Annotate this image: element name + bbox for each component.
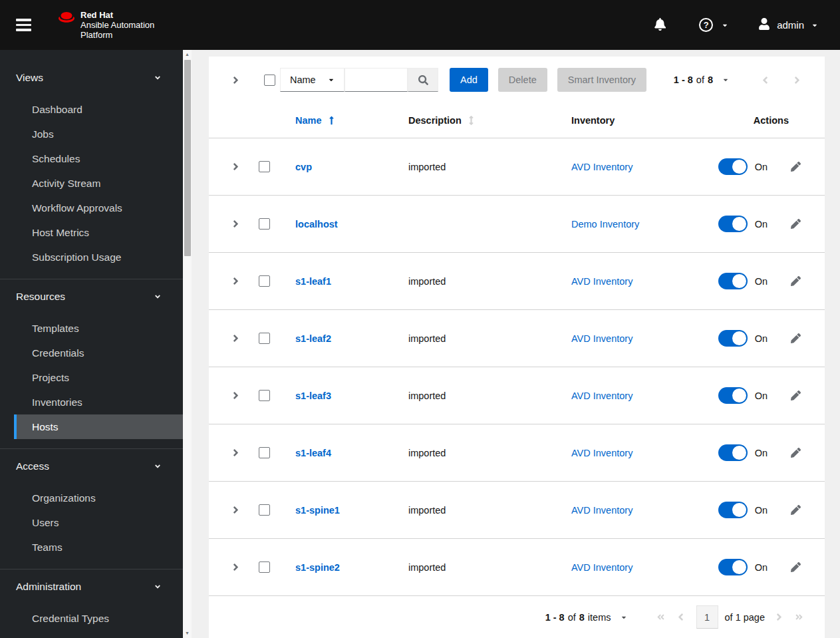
host-enabled-toggle[interactable]: [718, 273, 748, 289]
nav-group-access[interactable]: Access: [0, 455, 183, 478]
edit-host-button[interactable]: [791, 219, 801, 229]
host-name-link[interactable]: s1-leaf1: [295, 276, 331, 287]
row-expand-button[interactable]: [222, 275, 249, 287]
host-enabled-toggle[interactable]: [718, 387, 748, 404]
sidebar-item[interactable]: Credentials: [0, 341, 183, 365]
sidebar-item[interactable]: Inventories: [0, 390, 183, 414]
next-page-button[interactable]: [769, 611, 789, 623]
sidebar-item[interactable]: Schedules: [0, 146, 183, 171]
filter-type-select[interactable]: Name: [280, 68, 345, 92]
nav-group-resources[interactable]: Resources: [0, 285, 183, 308]
items-per-page-toggle[interactable]: 1 - 8 of 8 items: [545, 612, 627, 623]
scrollbar-thumb[interactable]: [184, 60, 191, 256]
pagination-menu-toggle[interactable]: 1 - 8 of 8: [674, 75, 729, 85]
sidebar-item[interactable]: Hosts: [14, 414, 183, 439]
sidebar-item[interactable]: Credential Types: [0, 606, 183, 631]
row-expand-button[interactable]: [222, 161, 249, 172]
row-select-checkbox[interactable]: [259, 333, 270, 344]
first-page-button[interactable]: [651, 611, 671, 623]
sidebar-item[interactable]: Jobs: [0, 122, 183, 146]
prev-page-button[interactable]: [671, 611, 691, 623]
row-select-checkbox[interactable]: [259, 275, 270, 287]
host-enabled-toggle[interactable]: [718, 559, 748, 575]
add-button[interactable]: Add: [450, 68, 488, 92]
nav-group-views[interactable]: Views: [0, 67, 183, 89]
row-expand-button[interactable]: [222, 504, 249, 516]
row-expand-button[interactable]: [222, 447, 249, 458]
host-name-link[interactable]: s1-spine2: [295, 562, 340, 573]
notifications-button[interactable]: [654, 18, 666, 33]
search-input[interactable]: [345, 68, 408, 92]
row-expand-button[interactable]: [222, 390, 249, 401]
scroll-up-icon[interactable]: ▲: [183, 50, 192, 59]
nav-toggle-button[interactable]: [16, 19, 31, 31]
inventory-link[interactable]: Demo Inventory: [571, 219, 639, 230]
sidebar-item[interactable]: Dashboard: [0, 97, 183, 122]
edit-host-button[interactable]: [791, 448, 801, 458]
last-page-button[interactable]: [789, 611, 809, 623]
sidebar-item[interactable]: Activity Stream: [0, 171, 183, 196]
edit-host-button[interactable]: [791, 162, 801, 172]
host-name-link[interactable]: s1-leaf3: [295, 391, 331, 401]
sidebar-item[interactable]: Teams: [0, 535, 183, 559]
row-expand-button[interactable]: [222, 333, 249, 344]
nav-group-label: Views: [16, 72, 43, 84]
edit-host-button[interactable]: [791, 391, 801, 400]
inventory-link[interactable]: AVD Inventory: [571, 276, 632, 287]
inventory-link[interactable]: AVD Inventory: [571, 448, 632, 458]
delete-button[interactable]: Delete: [498, 68, 547, 92]
column-header-name[interactable]: Name: [279, 115, 392, 126]
host-enabled-toggle[interactable]: [718, 158, 748, 175]
smart-inventory-button[interactable]: Smart Inventory: [557, 68, 646, 92]
next-page-button[interactable]: [787, 75, 806, 86]
edit-host-button[interactable]: [791, 505, 801, 515]
expand-all-button[interactable]: [222, 75, 249, 86]
sidebar-item[interactable]: Users: [0, 510, 183, 535]
inventory-link[interactable]: AVD Inventory: [571, 162, 632, 172]
row-select-checkbox[interactable]: [259, 390, 270, 401]
prev-page-button[interactable]: [756, 75, 774, 86]
edit-host-button[interactable]: [791, 333, 801, 343]
row-expand-button[interactable]: [222, 561, 249, 573]
edit-host-button[interactable]: [791, 276, 801, 286]
host-name-link[interactable]: cvp: [295, 162, 312, 172]
sidebar-item[interactable]: Subscription Usage: [0, 245, 183, 269]
sidebar-item[interactable]: Projects: [0, 365, 183, 390]
host-enabled-toggle[interactable]: [718, 444, 748, 461]
brand: Red Hat Ansible Automation Platform: [56, 10, 154, 40]
row-expand-button[interactable]: [222, 218, 249, 230]
inventory-link[interactable]: AVD Inventory: [571, 562, 632, 573]
pencil-icon: [791, 333, 801, 343]
current-page-input[interactable]: [696, 605, 718, 629]
row-select-checkbox[interactable]: [259, 218, 270, 230]
host-name-link[interactable]: s1-leaf2: [295, 333, 331, 344]
search-button[interactable]: [408, 68, 438, 92]
nav-group-administration[interactable]: Administration: [0, 575, 183, 598]
host-name-link[interactable]: s1-leaf4: [295, 448, 331, 458]
edit-host-button[interactable]: [791, 562, 801, 572]
sidebar-item[interactable]: Workflow Approvals: [0, 196, 183, 220]
sidebar-item[interactable]: Host Metrics: [0, 220, 183, 245]
sidebar-item[interactable]: Organizations: [0, 486, 183, 510]
row-select-checkbox[interactable]: [259, 561, 270, 573]
user-menu-button[interactable]: admin: [759, 18, 818, 32]
host-enabled-toggle[interactable]: [718, 502, 748, 518]
select-all-checkbox[interactable]: [264, 75, 275, 86]
inventory-link[interactable]: AVD Inventory: [571, 333, 632, 344]
inventory-link[interactable]: AVD Inventory: [571, 505, 632, 516]
inventory-link[interactable]: AVD Inventory: [571, 391, 632, 401]
host-enabled-toggle[interactable]: [718, 216, 748, 232]
sidebar-item[interactable]: Templates: [0, 316, 183, 341]
footer-pagination: 1 - 8 of 8 items of 1 page: [209, 596, 825, 638]
row-select-checkbox[interactable]: [259, 447, 270, 458]
redhat-logo-icon: [56, 10, 76, 28]
scroll-down-icon[interactable]: ▼: [183, 629, 192, 638]
host-name-link[interactable]: localhost: [295, 219, 338, 230]
row-select-checkbox[interactable]: [259, 504, 270, 516]
row-select-checkbox[interactable]: [259, 161, 270, 172]
sidebar-scrollbar[interactable]: ▲ ▼: [183, 50, 192, 638]
host-name-link[interactable]: s1-spine1: [295, 505, 340, 516]
host-enabled-toggle[interactable]: [718, 330, 748, 347]
column-header-description[interactable]: Description: [392, 115, 555, 126]
help-menu-button[interactable]: ?: [699, 18, 728, 32]
